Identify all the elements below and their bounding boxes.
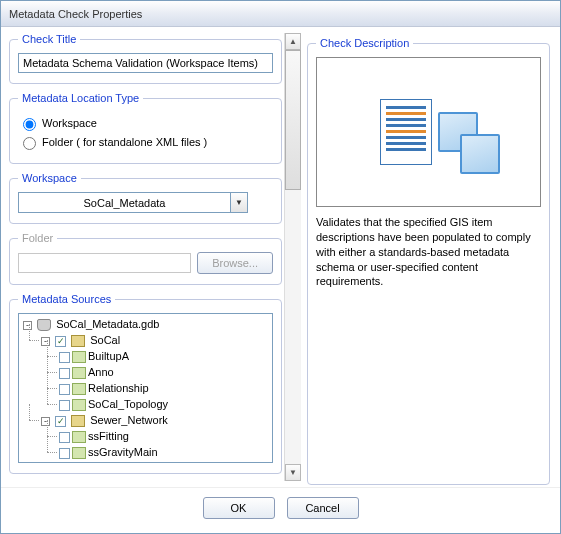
- checkbox-icon[interactable]: [59, 400, 70, 411]
- metadata-sources-group: Metadata Sources - SoCal_Metadata.gdb - …: [9, 293, 282, 474]
- schema-squares-icon: [438, 112, 478, 152]
- tree-item[interactable]: Anno: [59, 364, 270, 380]
- location-type-group: Metadata Location Type Workspace Folder …: [9, 92, 282, 164]
- check-title-input[interactable]: [18, 53, 273, 73]
- featureclass-icon: [72, 447, 86, 459]
- folder-input: [18, 253, 191, 273]
- checkbox-icon[interactable]: [59, 432, 70, 443]
- scroll-track[interactable]: [285, 50, 301, 464]
- tree-root[interactable]: - SoCal_Metadata.gdb - ✓ SoCal: [23, 316, 270, 460]
- featureclass-icon: [72, 351, 86, 363]
- tree-item-label: BuiltupA: [88, 350, 129, 362]
- radio-workspace-label: Workspace: [42, 117, 97, 129]
- tree-item-label: Sewer_Network: [90, 414, 168, 426]
- collapse-icon[interactable]: -: [41, 417, 50, 426]
- check-description-image: [316, 57, 541, 207]
- tree-item-label: Anno: [88, 366, 114, 378]
- metadata-sources-tree[interactable]: - SoCal_Metadata.gdb - ✓ SoCal: [18, 313, 273, 463]
- tree-item[interactable]: ssGravityMain: [59, 444, 270, 460]
- location-type-legend: Metadata Location Type: [18, 92, 143, 104]
- checkbox-icon[interactable]: [59, 384, 70, 395]
- ok-button[interactable]: OK: [203, 497, 275, 519]
- tree-item-label: ssFitting: [88, 430, 129, 442]
- workspace-legend: Workspace: [18, 172, 81, 184]
- scroll-thumb[interactable]: [285, 50, 301, 190]
- check-description-legend: Check Description: [316, 37, 413, 49]
- workspace-group: Workspace SoCal_Metadata ▼: [9, 172, 282, 224]
- content-area: Check Title Metadata Location Type Works…: [1, 27, 560, 487]
- dialog-footer: OK Cancel: [1, 487, 560, 527]
- tree-item[interactable]: Relationship: [59, 380, 270, 396]
- checkbox-icon[interactable]: ✓: [55, 336, 66, 347]
- check-title-group: Check Title: [9, 33, 282, 84]
- folder-legend: Folder: [18, 232, 57, 244]
- check-description-group: Check Description Validates that the spe…: [307, 37, 550, 485]
- window-titlebar: Metadata Check Properties: [1, 1, 560, 27]
- tree-root-label: SoCal_Metadata.gdb: [56, 318, 159, 330]
- check-title-legend: Check Title: [18, 33, 80, 45]
- tree-item[interactable]: SoCal_Topology: [59, 396, 270, 412]
- check-description-text: Validates that the specified GIS item de…: [316, 215, 541, 289]
- radio-workspace-row[interactable]: Workspace: [18, 115, 273, 131]
- radio-folder-label: Folder ( for standalone XML files ): [42, 136, 207, 148]
- window-title: Metadata Check Properties: [9, 8, 142, 20]
- tree-dataset[interactable]: - ✓ Sewer_Network ssFitting ssGravityMai…: [41, 412, 270, 460]
- checkbox-icon[interactable]: [59, 448, 70, 459]
- workspace-combo-value: SoCal_Metadata: [18, 192, 231, 213]
- radio-workspace[interactable]: [23, 118, 36, 131]
- scroll-up-icon[interactable]: ▲: [285, 33, 301, 50]
- right-column: Check Description Validates that the spe…: [303, 29, 558, 485]
- featureclass-icon: [72, 399, 86, 411]
- featureclass-icon: [72, 431, 86, 443]
- folder-group: Folder Browse...: [9, 232, 282, 285]
- scroll-down-icon[interactable]: ▼: [285, 464, 301, 481]
- checkbox-icon[interactable]: ✓: [55, 416, 66, 427]
- tree-dataset[interactable]: - ✓ SoCal BuiltupA Anno Relationship SoC…: [41, 332, 270, 412]
- geodatabase-icon: [37, 319, 51, 331]
- featureclass-icon: [72, 383, 86, 395]
- dataset-icon: [71, 415, 85, 427]
- collapse-icon[interactable]: -: [41, 337, 50, 346]
- workspace-combo-button[interactable]: ▼: [231, 192, 248, 213]
- tree-item-label: ssGravityMain: [88, 446, 158, 458]
- tree-item[interactable]: BuiltupA: [59, 348, 270, 364]
- tree-item-label: Relationship: [88, 382, 149, 394]
- metadata-sources-legend: Metadata Sources: [18, 293, 115, 305]
- radio-folder[interactable]: [23, 137, 36, 150]
- tree-item[interactable]: ssFitting: [59, 428, 270, 444]
- collapse-icon[interactable]: -: [23, 321, 32, 330]
- tree-item-label: SoCal_Topology: [88, 398, 168, 410]
- tree-item-label: SoCal: [90, 334, 120, 346]
- workspace-combo[interactable]: SoCal_Metadata ▼: [18, 192, 248, 213]
- cancel-button[interactable]: Cancel: [287, 497, 359, 519]
- checkbox-icon[interactable]: [59, 368, 70, 379]
- checkbox-icon[interactable]: [59, 352, 70, 363]
- left-column: Check Title Metadata Location Type Works…: [3, 29, 284, 485]
- chevron-down-icon: ▼: [235, 198, 243, 207]
- featureclass-icon: [72, 367, 86, 379]
- vertical-scrollbar[interactable]: ▲ ▼: [284, 33, 301, 481]
- document-icon: [380, 99, 432, 165]
- browse-button: Browse...: [197, 252, 273, 274]
- radio-folder-row[interactable]: Folder ( for standalone XML files ): [18, 134, 273, 150]
- dataset-icon: [71, 335, 85, 347]
